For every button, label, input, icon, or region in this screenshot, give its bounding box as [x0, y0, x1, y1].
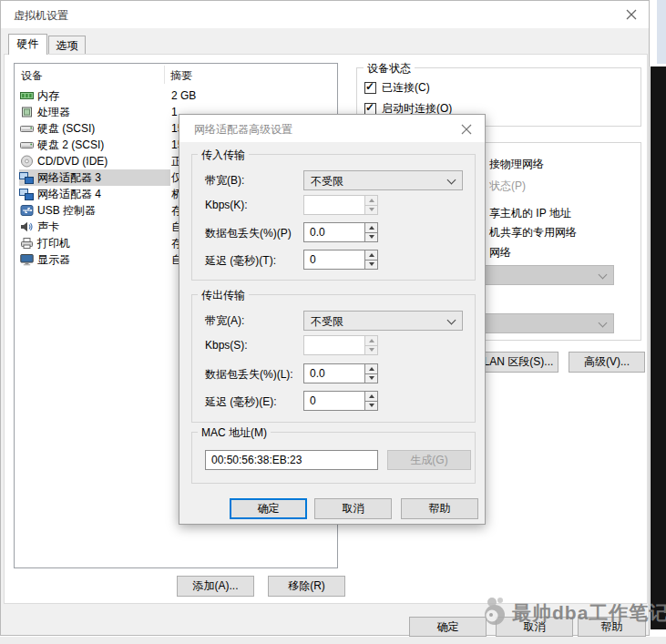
sound-icon — [19, 220, 34, 234]
outgoing-packet-loss-label: 数据包丢失(%)(L): — [205, 367, 293, 383]
spin-up-icon — [365, 196, 377, 206]
mac-group-title: MAC 地址(M) — [198, 425, 271, 441]
spin-down-icon — [365, 346, 377, 355]
outgoing-kbps-spinner — [303, 335, 378, 355]
spin-down-icon[interactable] — [365, 402, 377, 411]
dialog-title-bar: 网络适配器高级设置 — [179, 115, 485, 142]
screenshot-edge-right — [651, 66, 666, 629]
screenshot-edge-bottom — [0, 637, 666, 644]
dialog-cancel-button[interactable]: 取消 — [314, 498, 392, 519]
network-option-hostonly-text: 机共享的专用网络 — [489, 225, 577, 240]
chevron-down-icon — [599, 319, 608, 328]
usb-icon — [19, 204, 34, 218]
network-option-custom-text: 网络 — [489, 245, 511, 261]
incoming-group-title: 传入传输 — [198, 148, 249, 163]
spin-down-icon[interactable] — [365, 374, 377, 383]
network-adapter-advanced-dialog: 网络适配器高级设置 传入传输 带宽(B): 不受限 Kbps(K): 数据包丢失… — [179, 114, 486, 525]
network-icon — [19, 171, 34, 185]
outgoing-bandwidth-select[interactable]: 不受限 — [303, 311, 463, 331]
display-icon — [19, 253, 34, 267]
remove-button[interactable]: 移除(R) — [268, 576, 345, 597]
outgoing-bandwidth-label: 带宽(A): — [205, 313, 244, 329]
title-bar: 虚拟机设置 — [1, 1, 649, 28]
chevron-down-icon — [447, 316, 456, 325]
mac-address-group: MAC 地址(M) 00:50:56:38:EB:23 生成(G) — [191, 432, 476, 484]
incoming-packet-loss-spinner[interactable]: 0.0 — [303, 222, 378, 242]
dialog-close-icon[interactable] — [458, 121, 475, 138]
mac-address-input[interactable]: 00:50:56:38:EB:23 — [205, 450, 378, 470]
outgoing-latency-spinner[interactable]: 0 — [303, 391, 378, 411]
network-option-replicate-text: 状态(P) — [489, 179, 526, 194]
screenshot-edge-top — [657, 0, 666, 64]
device-status-title: 设备状态 — [364, 61, 415, 77]
cd-icon — [19, 155, 34, 169]
incoming-latency-label: 延迟 (毫秒)(T): — [205, 253, 276, 269]
summary-column-header: 摘要 — [170, 68, 192, 84]
advanced-button[interactable]: 高级(V)... — [569, 352, 645, 373]
chevron-down-icon — [447, 176, 456, 185]
outgoing-packet-loss-spinner[interactable]: 0.0 — [303, 363, 378, 383]
network-option-bridged-text: 接物理网络 — [489, 157, 544, 172]
spin-down-icon[interactable] — [365, 233, 377, 242]
outgoing-group-title: 传出传输 — [198, 288, 249, 303]
incoming-transfer-group: 传入传输 带宽(B): 不受限 Kbps(K): 数据包丢失(%)(P) 0.0… — [191, 154, 476, 281]
spin-up-icon[interactable] — [365, 223, 377, 233]
incoming-bandwidth-select[interactable]: 不受限 — [303, 170, 463, 190]
add-button[interactable]: 添加(A)... — [177, 576, 254, 597]
watermark-text: 最帅dba工作笔记 — [512, 600, 666, 626]
network-icon — [19, 188, 34, 201]
generate-button: 生成(G) — [387, 450, 471, 470]
dialog-help-button[interactable]: 帮助 — [401, 498, 478, 519]
dialog-ok-button[interactable]: 确定 — [230, 498, 307, 519]
network-option-nat-text: 享主机的 IP 地址 — [489, 206, 571, 221]
incoming-latency-spinner[interactable]: 0 — [303, 250, 378, 270]
connected-checkbox[interactable] — [364, 82, 376, 94]
connected-checkbox-row[interactable]: 已连接(C) — [364, 80, 430, 96]
incoming-packet-loss-label: 数据包丢失(%)(P) — [205, 226, 292, 241]
device-row[interactable]: 内存2 GB — [15, 87, 337, 104]
spin-down-icon — [365, 206, 377, 215]
hdd-icon — [19, 138, 34, 152]
watermark-icon — [480, 595, 513, 632]
spin-up-icon[interactable] — [365, 364, 377, 374]
spin-up-icon[interactable] — [365, 392, 377, 402]
lan-segments-button[interactable]: LAN 区段(S)... — [478, 352, 558, 373]
close-icon[interactable] — [623, 6, 640, 23]
chevron-down-icon — [599, 271, 608, 280]
dialog-title: 网络适配器高级设置 — [194, 122, 292, 138]
main-ok-button[interactable]: 确定 — [409, 617, 487, 637]
incoming-kbps-spinner — [303, 195, 378, 215]
device-column-header: 设备 — [21, 68, 43, 84]
printer-icon — [19, 237, 34, 250]
spin-up-icon — [365, 336, 377, 346]
outgoing-latency-label: 延迟 (毫秒)(E): — [205, 394, 277, 410]
window-title: 虚拟机设置 — [14, 8, 68, 24]
outgoing-kbps-label: Kbps(S): — [205, 339, 248, 352]
spin-up-icon[interactable] — [365, 250, 377, 261]
column-divider — [164, 66, 165, 84]
memory-icon — [19, 89, 34, 103]
incoming-bandwidth-label: 带宽(B): — [205, 173, 244, 189]
processor-icon — [19, 106, 34, 119]
tab-hardware[interactable]: 硬件 — [8, 34, 47, 55]
hdd-icon — [19, 122, 34, 136]
tab-options[interactable]: 选项 — [48, 36, 86, 55]
outgoing-transfer-group: 传出传输 带宽(A): 不受限 Kbps(S): 数据包丢失(%)(L): 0.… — [191, 294, 476, 423]
incoming-kbps-label: Kbps(K): — [205, 199, 248, 211]
spin-down-icon[interactable] — [365, 261, 377, 270]
connected-label: 已连接(C) — [382, 80, 430, 96]
